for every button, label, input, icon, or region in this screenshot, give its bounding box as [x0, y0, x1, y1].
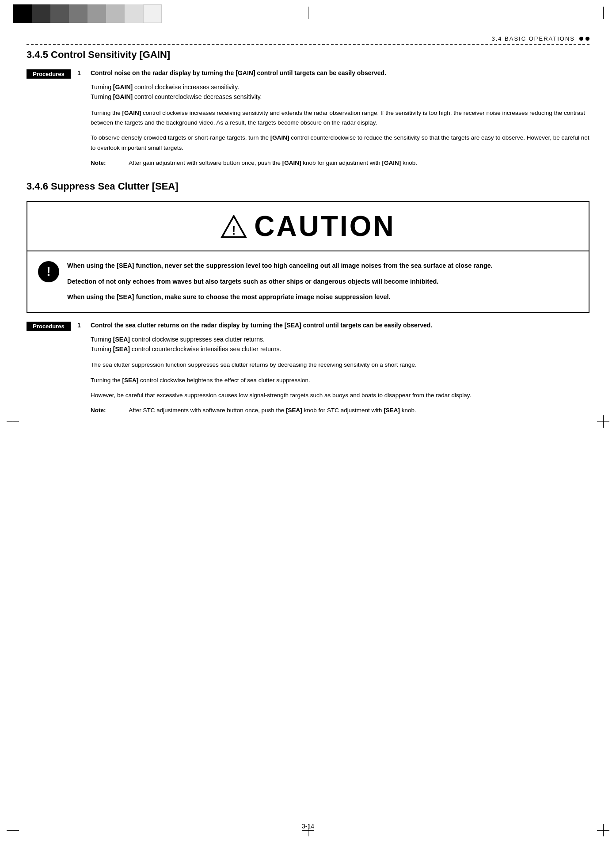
- body-para-345-2: To observe densely crowded targets or sh…: [91, 133, 589, 153]
- procedures-row-346: Procedures 1 Control the sea clutter ret…: [27, 322, 589, 331]
- crosshair-bottom-right: [597, 824, 609, 836]
- sq-7: [125, 4, 143, 23]
- note-345: Note: After gain adjustment with softwar…: [91, 158, 589, 168]
- note-346: Note: After STC adjustments with softwar…: [91, 406, 589, 415]
- step-number-346-1: 1: [77, 322, 86, 329]
- note-label-345: Note:: [91, 159, 106, 166]
- sq-5: [87, 4, 106, 23]
- body-para-346-2: Turning the [SEA] control clockwise heig…: [91, 376, 589, 385]
- procedures-badge-345: Procedures: [27, 69, 71, 79]
- bold-gain-note2: [GAIN]: [382, 159, 401, 166]
- caution-header: ! CAUTION: [27, 202, 589, 251]
- section-345: 3.4.5 Control Sensitivity [GAIN] Procedu…: [27, 49, 589, 167]
- caution-text-content: When using the [SEA] function, never set…: [67, 260, 578, 303]
- header-squares: [13, 4, 162, 23]
- sq-1: [13, 4, 32, 23]
- step-text-345-1: Control noise on the radar display by tu…: [91, 69, 589, 76]
- bold-gain-note: [GAIN]: [282, 159, 301, 166]
- body-para-346-1: The sea clutter suppression function sup…: [91, 360, 589, 370]
- caution-warning-p2: Detection of not only echoes from waves …: [67, 276, 578, 287]
- step-number-345-1: 1: [77, 69, 86, 76]
- caution-title-text: CAUTION: [254, 210, 395, 243]
- procedures-badge-346: Procedures: [27, 322, 71, 331]
- bold-gain-2: [GAIN]: [113, 93, 133, 100]
- crosshair-right-mid: [597, 415, 609, 428]
- bold-sea-1: [SEA]: [113, 336, 130, 343]
- two-dots-decoration: [579, 37, 589, 41]
- sq-3: [50, 4, 69, 23]
- header-bar: [0, 0, 616, 27]
- section-345-title: 3.4.5 Control Sensitivity [GAIN]: [27, 49, 589, 61]
- note-text-345: After gain adjustment with software butt…: [129, 159, 417, 166]
- turning-lines-345: Turning [GAIN] control clockwise increas…: [91, 82, 589, 102]
- sq-4: [69, 4, 87, 23]
- section-346: 3.4.6 Suppress Sea Clutter [SEA] ! CAUTI…: [27, 181, 589, 415]
- turning-lines-346: Turning [SEA] control clockwise suppress…: [91, 334, 589, 354]
- crosshair-left-mid: [7, 415, 19, 428]
- section-header-text: 3.4 BASIC OPERATIONS: [491, 35, 575, 42]
- bold-gain-1: [GAIN]: [113, 84, 133, 91]
- bold-sea-note: [SEA]: [286, 407, 302, 414]
- sq-6: [106, 4, 125, 23]
- page-number: 3-14: [302, 823, 314, 830]
- caution-triangle-icon: !: [221, 215, 247, 238]
- page: 3 3.4 BASIC OPERATIONS 3.4.5 Control Sen…: [0, 0, 616, 843]
- turning-line-346-2: Turning [SEA] control counterclockwise i…: [91, 344, 589, 354]
- bold-gain-3: [GAIN]: [122, 110, 141, 116]
- body-para-345-1: Turning the [GAIN] control clockwise inc…: [91, 108, 589, 128]
- section-346-title: 3.4.6 Suppress Sea Clutter [SEA]: [27, 181, 589, 192]
- bold-sea-note2: [SEA]: [384, 407, 400, 414]
- caution-warning-p3: When using the [SEA] function, make sure…: [67, 292, 578, 303]
- bold-gain-4: [GAIN]: [270, 134, 289, 141]
- note-text-346: After STC adjustments with software butt…: [129, 407, 416, 414]
- note-label-346: Note:: [91, 407, 106, 414]
- main-content: 3.4 BASIC OPERATIONS 3.4.5 Control Sensi…: [27, 35, 589, 816]
- bold-sea-2: [SEA]: [113, 346, 130, 353]
- crosshair-bottom-left: [7, 824, 19, 836]
- bold-sea-3: [SEA]: [122, 377, 139, 384]
- caution-exclamation-icon: !: [38, 261, 59, 282]
- caution-exclamation-mark: !: [46, 266, 50, 278]
- svg-text:!: !: [232, 224, 236, 237]
- turning-line-345-2: Turning [GAIN] control counterclockwise …: [91, 92, 589, 102]
- body-para-346-3: However, be careful that excessive suppr…: [91, 391, 589, 400]
- sq-2: [32, 4, 50, 23]
- sq-8: [143, 4, 162, 23]
- turning-line-346-1: Turning [SEA] control clockwise suppress…: [91, 334, 589, 344]
- procedures-row-345: Procedures 1 Control noise on the radar …: [27, 69, 589, 79]
- caution-warning-p1: When using the [SEA] function, never set…: [67, 260, 578, 271]
- caution-box: ! CAUTION ! When using the [SEA] functio…: [27, 201, 589, 312]
- step-text-346-1: Control the sea clutter returns on the r…: [91, 322, 589, 329]
- section-header-area: 3.4 BASIC OPERATIONS: [27, 35, 589, 45]
- turning-line-345-1: Turning [GAIN] control clockwise increas…: [91, 82, 589, 92]
- caution-body: ! When using the [SEA] function, never s…: [27, 251, 589, 311]
